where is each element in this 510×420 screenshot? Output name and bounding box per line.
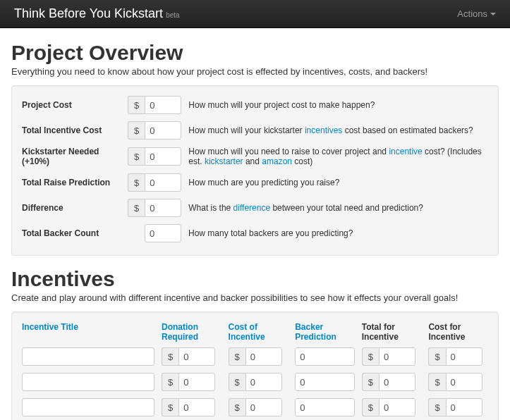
kickstarter-needed-help: How much will you need to raise to cover… bbox=[188, 147, 488, 166]
total-incentive-cost-help: How much will your kickstarter incentive… bbox=[188, 125, 488, 135]
incentives-well: Incentive Title Donation Required Cost o… bbox=[11, 311, 499, 420]
dollar-addon: $ bbox=[162, 373, 178, 391]
kickstarter-needed-group: $ bbox=[128, 147, 181, 166]
incentive-title-input[interactable] bbox=[22, 398, 154, 416]
dollar-addon: $ bbox=[128, 121, 145, 140]
total-backer-label: Total Backer Count bbox=[22, 228, 121, 238]
overview-row: Project Cost $ How much will your projec… bbox=[22, 96, 488, 114]
cost-input[interactable] bbox=[245, 398, 282, 416]
incentives-title: Incentives bbox=[11, 267, 499, 291]
costfor-input[interactable] bbox=[446, 398, 482, 416]
header-costfor: Cost for Incentive bbox=[428, 322, 488, 342]
header-title[interactable]: Incentive Title bbox=[22, 322, 154, 342]
dollar-addon: $ bbox=[162, 347, 178, 366]
costfor-input[interactable] bbox=[446, 347, 482, 366]
incentive-row: $$$$ bbox=[22, 373, 488, 391]
page-title: Project Overview bbox=[11, 41, 499, 65]
overview-row: Total Raise Prediction $ How much are yo… bbox=[22, 173, 488, 192]
dollar-addon: $ bbox=[162, 398, 178, 416]
backer-input[interactable] bbox=[295, 373, 355, 391]
cost-input[interactable] bbox=[245, 347, 282, 366]
project-cost-help: How much will your project cost to make … bbox=[188, 100, 488, 110]
kickstarter-needed-label: Kickstarter Needed (+10%) bbox=[22, 147, 121, 166]
actions-label: Actions bbox=[457, 8, 487, 19]
total-raise-label: Total Raise Prediction bbox=[22, 178, 121, 187]
incentive-row: $$$$ bbox=[22, 347, 488, 366]
total-backer-input[interactable] bbox=[145, 224, 181, 242]
incentive-title-input[interactable] bbox=[22, 347, 154, 366]
donation-input[interactable] bbox=[178, 347, 215, 366]
total-input[interactable] bbox=[379, 398, 415, 416]
incentives-subtitle: Create and play around with different in… bbox=[11, 292, 499, 303]
dollar-addon: $ bbox=[128, 96, 145, 114]
header-total: Total for Incentive bbox=[362, 322, 422, 342]
header-cost[interactable]: Cost of Incentive bbox=[229, 322, 289, 342]
dollar-addon: $ bbox=[428, 347, 445, 366]
total-incentive-cost-input[interactable] bbox=[145, 121, 181, 140]
header-backer[interactable]: Backer Prediction bbox=[295, 322, 355, 342]
dollar-addon: $ bbox=[128, 147, 145, 166]
total-backer-group bbox=[145, 224, 181, 242]
difference-help: What is the difference between your tota… bbox=[188, 203, 488, 213]
total-input[interactable] bbox=[379, 373, 415, 391]
backer-input[interactable] bbox=[295, 398, 355, 416]
donation-input[interactable] bbox=[178, 373, 215, 391]
header-donation[interactable]: Donation Required bbox=[162, 322, 221, 342]
difference-input[interactable] bbox=[145, 199, 181, 217]
donation-input[interactable] bbox=[178, 398, 215, 416]
beta-badge: beta bbox=[166, 11, 179, 19]
brand[interactable]: Think Before You Kickstart beta bbox=[14, 6, 180, 21]
dollar-addon: $ bbox=[428, 373, 445, 391]
difference-group: $ bbox=[128, 199, 181, 217]
dollar-addon: $ bbox=[229, 373, 245, 391]
incentive-title-input[interactable] bbox=[22, 373, 154, 391]
total-input[interactable] bbox=[379, 347, 415, 366]
costfor-input[interactable] bbox=[446, 373, 482, 391]
incentives-link[interactable]: incentives bbox=[305, 125, 342, 135]
dollar-addon: $ bbox=[362, 373, 379, 391]
dollar-addon: $ bbox=[128, 173, 145, 192]
difference-label: Difference bbox=[22, 203, 121, 213]
cost-input[interactable] bbox=[245, 373, 282, 391]
navbar: Think Before You Kickstart beta Actions bbox=[0, 0, 510, 28]
overview-subtitle: Everything you need to know about how yo… bbox=[11, 66, 499, 77]
dollar-addon: $ bbox=[428, 398, 445, 416]
total-raise-help: How much are you predicting you raise? bbox=[188, 178, 488, 187]
kickstarter-link[interactable]: kickstarter bbox=[205, 156, 243, 166]
brand-text: Think Before You Kickstart bbox=[14, 6, 163, 21]
dollar-addon: $ bbox=[362, 398, 379, 416]
incentive-row: $$$$ bbox=[22, 398, 488, 416]
overview-row: Total Incentive Cost $ How much will you… bbox=[22, 121, 488, 140]
kickstarter-needed-input[interactable] bbox=[145, 147, 181, 166]
dollar-addon: $ bbox=[128, 199, 145, 217]
overview-row: Kickstarter Needed (+10%) $ How much wil… bbox=[22, 147, 488, 166]
overview-row: Difference $ What is the difference betw… bbox=[22, 199, 488, 217]
backer-input[interactable] bbox=[295, 347, 355, 366]
dollar-addon: $ bbox=[362, 347, 379, 366]
dollar-addon: $ bbox=[229, 398, 245, 416]
incentive-link[interactable]: incentive bbox=[389, 147, 422, 156]
total-incentive-cost-group: $ bbox=[128, 121, 181, 140]
total-incentive-cost-label: Total Incentive Cost bbox=[22, 125, 121, 135]
incentives-header: Incentive Title Donation Required Cost o… bbox=[22, 322, 488, 342]
amazon-link[interactable]: amazon bbox=[262, 156, 292, 166]
difference-link[interactable]: difference bbox=[233, 203, 270, 213]
project-cost-input[interactable] bbox=[145, 96, 181, 114]
overview-row: Total Backer Count How many total backer… bbox=[22, 224, 488, 242]
chevron-down-icon bbox=[490, 13, 496, 16]
project-cost-label: Project Cost bbox=[22, 100, 121, 110]
total-raise-group: $ bbox=[128, 173, 181, 192]
dollar-addon: $ bbox=[229, 347, 245, 366]
total-raise-input[interactable] bbox=[145, 173, 181, 192]
project-cost-group: $ bbox=[128, 96, 181, 114]
actions-menu[interactable]: Actions bbox=[457, 8, 496, 19]
total-backer-help: How many total backers are you predictin… bbox=[188, 228, 488, 238]
overview-well: Project Cost $ How much will your projec… bbox=[11, 85, 499, 256]
